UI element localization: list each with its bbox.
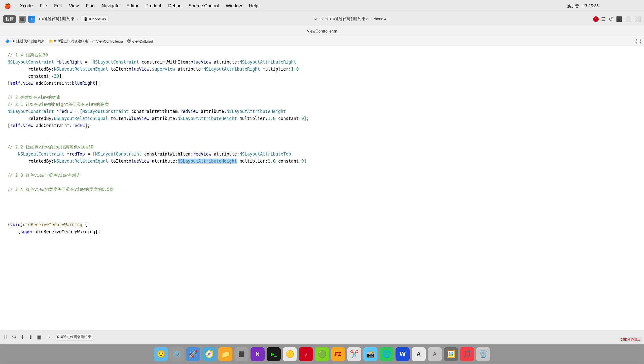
code-line-9: NSLayoutConstraint *redHC = [NSLayoutCon… — [8, 108, 636, 115]
code-line-11: [self.view addConstraint:redHC]; — [8, 122, 636, 129]
menu-item-xcode[interactable]: Xcode — [20, 3, 33, 9]
code-editor[interactable]: // 1.4 距离右边30 NSLayoutConstraint *blueRi… — [0, 46, 644, 330]
window-icon[interactable]: ⬜ — [625, 16, 632, 22]
dock-item-safari[interactable]: 🧭 — [202, 347, 216, 361]
pause-badge[interactable]: 暂停 — [3, 15, 16, 23]
dock-item-launchpad[interactable]: 🚀 — [186, 347, 200, 361]
split-left-icon[interactable]: ⬛ — [616, 16, 622, 22]
debug-step-over-icon[interactable]: ↪ — [12, 334, 16, 340]
code-line-10: relatedBy:NSLayoutRelationEqual toItem:b… — [8, 115, 636, 122]
menu-item-find[interactable]: Find — [86, 3, 95, 9]
menu-item-debug[interactable]: Debug — [168, 3, 182, 9]
breadcrumb-text-4: -viewDidLoad — [132, 39, 153, 43]
breadcrumb-icon-4: Ⓜ — [127, 39, 131, 44]
code-line-13 — [8, 136, 636, 143]
code-line-2: NSLayoutConstraint *blueRight = [NSLayou… — [8, 58, 636, 66]
debug-location-icon[interactable]: → — [46, 334, 51, 340]
dock-item-appstore[interactable]: 🟡 — [283, 347, 297, 361]
breadcrumb-item-4[interactable]: Ⓜ -viewDidLoad — [127, 39, 153, 44]
dock-item-archive[interactable]: ⬛ — [234, 347, 248, 361]
breadcrumb-back-arrow[interactable]: ‹ — [3, 39, 4, 43]
xcode-project-icon: X — [28, 16, 35, 23]
code-line-25: (void)didReceiveMemoryWarning { — [8, 221, 636, 228]
dock-item-proxy[interactable]: 🌐 — [379, 347, 393, 361]
dock-item-word[interactable]: W — [396, 347, 410, 361]
debug-step-out-icon[interactable]: ⬆ — [29, 334, 33, 340]
dock: 🙂 ⚙️ 🚀 🧭 📁 ⬛ N ▶_ 🟡 ♪ 🟢 FZ ✂️ 📸 🌐 W A A … — [0, 344, 644, 364]
code-line-5: [self.view addConstraint:blueRight]; — [8, 80, 636, 87]
code-line-22 — [8, 200, 636, 207]
running-status-label: Running 010通过代码创建约束 on iPhone 4s — [111, 17, 591, 21]
code-line-23 — [8, 207, 636, 214]
menu-item-view[interactable]: View — [69, 3, 79, 9]
dock-item-onenote[interactable]: N — [251, 347, 265, 361]
breadcrumb-sep-3: › — [124, 39, 126, 43]
dock-item-music[interactable]: ♪ — [299, 347, 313, 361]
dock-item-terminal[interactable]: ▶_ — [267, 347, 281, 361]
code-line-3: relatedBy:NSLayoutRelationEqual toItem:b… — [8, 66, 636, 73]
list-view-icon[interactable]: ☰ — [601, 16, 606, 22]
dock-item-trash[interactable]: 🗑️ — [476, 347, 490, 361]
device-icon: 📱 — [83, 17, 88, 21]
breadcrumb-text-1: 010通过代码创建约束 — [11, 39, 45, 44]
stop-button[interactable] — [19, 16, 26, 23]
menu-item-source-control[interactable]: Source Control — [189, 3, 219, 9]
code-line-21 — [8, 193, 636, 200]
breadcrumb-right-actions: ⟨ ⟩ — [635, 39, 641, 44]
dock-item-font-a[interactable]: A — [412, 347, 426, 361]
dock-item-filezilla[interactable]: FZ — [331, 347, 345, 361]
csdn-badge: CSDN @清... — [619, 337, 642, 342]
code-line-4: constant:-30]; — [8, 73, 636, 80]
input-method-label: 换拼音 — [567, 4, 579, 9]
code-line-16: relatedBy:NSLayoutRelationEqual toItem:b… — [8, 158, 636, 165]
breadcrumb-sep-1: › — [46, 39, 47, 43]
project-name-label[interactable]: 010通过代码创建约束 — [38, 17, 74, 21]
menu-item-help[interactable]: Help — [249, 3, 258, 9]
code-line-8: // 2.1 让红色view的height等于蓝色view的高度 — [8, 101, 636, 108]
dock-item-font-a2[interactable]: A — [428, 347, 442, 361]
code-line-17 — [8, 165, 636, 172]
code-line-18: // 2.3 红色view与蓝色view右对齐 — [8, 172, 636, 179]
dock-item-green-app[interactable]: 🟢 — [315, 347, 329, 361]
menu-item-editor[interactable]: Editor — [127, 3, 138, 9]
code-line-7: // 2.创建红色view的约束 — [8, 94, 636, 101]
breadcrumb-item-1[interactable]: 🔷 010通过代码创建约束 — [5, 39, 45, 44]
menu-item-product[interactable]: Product — [146, 3, 161, 9]
code-line-15: NSLayoutConstraint *redTop = [NSLayoutCo… — [8, 150, 636, 158]
separator-1: › — [77, 17, 78, 21]
menu-item-file[interactable]: File — [40, 3, 47, 9]
dock-item-sysprefs[interactable]: ⚙️ — [170, 347, 184, 361]
menu-item-edit[interactable]: Edit — [54, 3, 62, 9]
breadcrumb-collapse-icon[interactable]: ⟨ — [635, 39, 637, 44]
sidebar-right-icon[interactable]: ⬜ — [635, 16, 641, 22]
bottom-toolbar: ⏸ ↪ ⬇ ⬆ ▣ → 010通过代码创建约束 — [0, 330, 644, 344]
error-count-badge[interactable]: 1 — [593, 16, 599, 22]
dock-item-finder[interactable]: 🙂 — [154, 347, 168, 361]
breadcrumb: ‹ 🔷 010通过代码创建约束 › 📁 010通过代码创建约束 › m View… — [0, 36, 644, 46]
file-title-label: ViewController.m — [307, 29, 337, 34]
dock-item-files[interactable]: 📁 — [218, 347, 232, 361]
apple-menu[interactable]: 🍎 — [4, 3, 11, 9]
device-selector[interactable]: 📱 iPhone 4s — [81, 16, 109, 22]
breadcrumb-icon-1: 🔷 — [5, 39, 10, 43]
breadcrumb-item-3[interactable]: m ViewController.m — [92, 39, 123, 43]
breadcrumb-item-2[interactable]: 📁 010通过代码创建约束 — [49, 39, 88, 44]
debug-step-into-icon[interactable]: ⬇ — [20, 334, 25, 340]
code-line-12 — [8, 129, 636, 136]
breadcrumb-expand-icon[interactable]: ⟩ — [640, 39, 641, 44]
code-line-14: // 2.2 让红色view的top距离蓝色view30 — [8, 143, 636, 150]
refresh-icon[interactable]: ↺ — [609, 16, 613, 22]
dock-item-scissors[interactable]: ✂️ — [347, 347, 361, 361]
debug-pause-icon[interactable]: ⏸ — [3, 334, 8, 340]
dock-item-preview[interactable]: 🖼️ — [444, 347, 458, 361]
dock-item-itunes[interactable]: 🎵 — [460, 347, 474, 361]
file-title-bar: ViewController.m — [0, 26, 644, 36]
menu-item-navigate[interactable]: Navigate — [102, 3, 120, 9]
code-line-19 — [8, 179, 636, 186]
debug-view-icon[interactable]: ▣ — [37, 334, 42, 340]
breadcrumb-sep-2: › — [90, 39, 91, 43]
breadcrumb-text-2: 010通过代码创建约束 — [54, 39, 88, 44]
dock-item-photos[interactable]: 📸 — [363, 347, 377, 361]
code-line-20: // 2.4 红色view的宽度等于蓝色view的宽度的0.5倍 — [8, 186, 636, 193]
menu-item-window[interactable]: Window — [226, 3, 242, 9]
